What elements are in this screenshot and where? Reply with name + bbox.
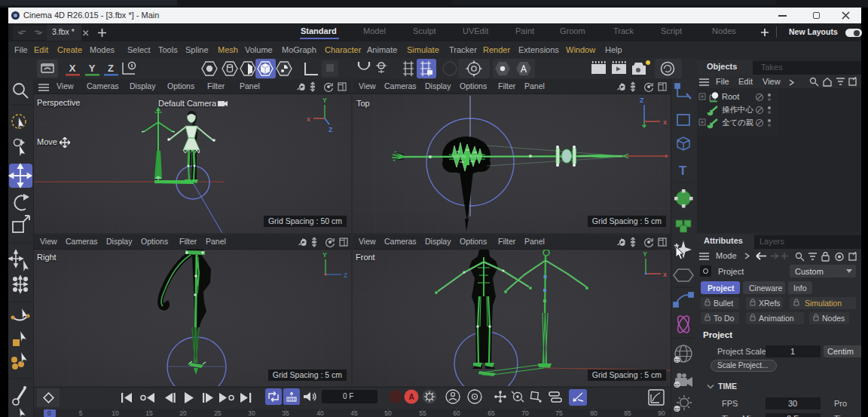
svg-text:T: T: [679, 164, 687, 178]
svg-text:57: 57: [675, 383, 680, 388]
svg-text:x: x: [663, 271, 667, 278]
svg-text:57: 57: [675, 358, 680, 363]
svg-text:Y: Y: [322, 251, 327, 259]
svg-text:Y: Y: [322, 97, 327, 104]
svg-text:x: x: [307, 115, 310, 123]
svg-text:Y: Y: [643, 250, 647, 258]
svg-text:A: A: [409, 393, 414, 401]
svg-text:Z: Z: [344, 271, 348, 279]
svg-text:Y: Y: [89, 63, 96, 74]
svg-text:57: 57: [675, 407, 680, 412]
svg-text:Z: Z: [640, 97, 644, 104]
svg-text:x: x: [663, 118, 667, 126]
svg-text:X: X: [69, 63, 76, 74]
svg-text:Z: Z: [329, 126, 333, 133]
svg-text:Z: Z: [108, 63, 114, 74]
